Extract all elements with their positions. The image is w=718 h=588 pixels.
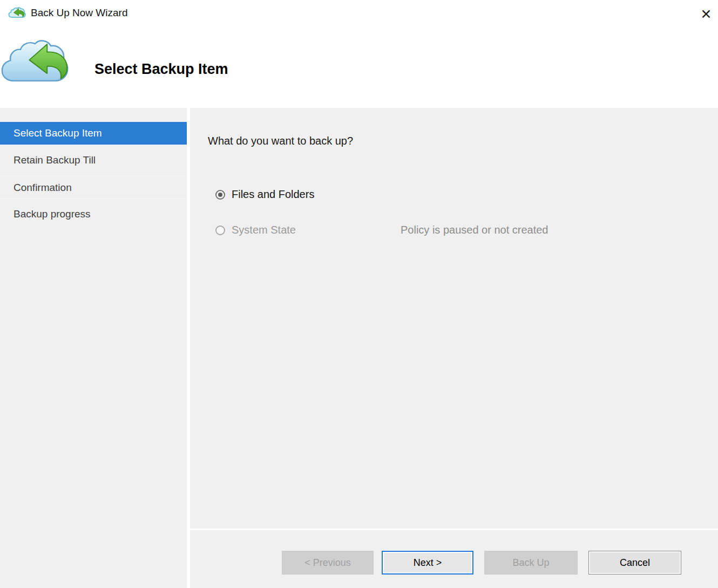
radio-label-files-and-folders: Files and Folders — [232, 188, 314, 201]
sidebar-item-backup-progress: Backup progress — [0, 203, 187, 225]
close-icon[interactable]: ✕ — [695, 3, 717, 25]
sidebar-item-retain-backup-till: Retain Backup Till — [0, 149, 187, 172]
wizard-steps-sidebar: Select Backup Item Retain Backup Till Co… — [0, 108, 187, 588]
window-title: Back Up Now Wizard — [31, 7, 128, 19]
page-title: Select Backup Item — [94, 61, 228, 78]
sidebar-item-select-backup-item: Select Backup Item — [0, 122, 187, 145]
radio-system-state: System State Policy is paused or not cre… — [215, 224, 296, 236]
cancel-button[interactable]: Cancel — [588, 551, 681, 575]
radio-selected-icon[interactable] — [215, 190, 225, 200]
app-cloud-backup-icon — [8, 5, 26, 20]
system-state-note: Policy is paused or not created — [401, 224, 548, 236]
previous-button: < Previous — [282, 551, 374, 575]
radio-label-system-state: System State — [232, 224, 296, 236]
main-content: What do you want to back up? Files and F… — [190, 108, 718, 588]
footer-separator — [190, 529, 718, 530]
sidebar-item-confirmation: Confirmation — [0, 176, 187, 199]
radio-files-and-folders[interactable]: Files and Folders — [215, 188, 314, 201]
back-up-button: Back Up — [484, 551, 578, 575]
next-button[interactable]: Next > — [382, 551, 473, 575]
question-label: What do you want to back up? — [208, 135, 353, 147]
radio-unselected-icon — [215, 225, 225, 235]
radio-dot — [218, 193, 222, 197]
cloud-backup-icon — [0, 35, 69, 90]
